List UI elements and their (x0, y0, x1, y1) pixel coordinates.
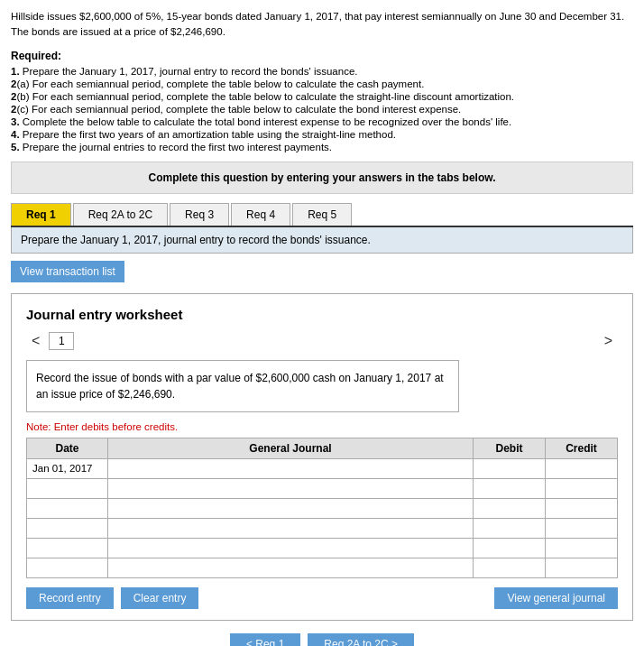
item4-text: Prepare the first two years of an amorti… (20, 129, 396, 140)
footer-prev-button[interactable]: < Req 1 (230, 633, 300, 647)
col-header-credit: Credit (546, 438, 618, 458)
tab-req5[interactable]: Req 5 (292, 203, 352, 226)
item5-text: Prepare the journal entries to record th… (20, 142, 332, 152)
date-cell-0: Jan 01, 2017 (27, 458, 108, 478)
tab-req3[interactable]: Req 3 (170, 203, 229, 226)
col-header-debit: Debit (474, 438, 546, 458)
debit-cell-5[interactable] (474, 558, 546, 577)
debit-cell-3[interactable] (474, 518, 546, 538)
general-cell-3[interactable] (108, 518, 474, 538)
item2b-text: (b) For each semiannual period, complete… (16, 91, 514, 102)
footer-next-label: Req 2A to 2C > (324, 638, 398, 647)
credit-cell-3[interactable] (546, 518, 618, 538)
tab-req4[interactable]: Req 4 (231, 203, 290, 226)
tab-req1[interactable]: Req 1 (11, 203, 71, 226)
tabs-container: Req 1 Req 2A to 2C Req 3 Req 4 Req 5 (11, 203, 633, 227)
note-text: Note: Enter debits before credits. (26, 421, 618, 432)
item1-text: Prepare the January 1, 2017, journal ent… (20, 66, 358, 77)
item2c-text: (c) For each semiannual period, complete… (16, 104, 461, 115)
next-page-button[interactable]: > (599, 331, 618, 351)
general-cell-2[interactable] (108, 498, 474, 518)
item1-bold: 1. (11, 66, 20, 77)
worksheet-title: Journal entry worksheet (26, 307, 618, 322)
nav-row: < 1 > (26, 331, 618, 351)
required-items: 1. Prepare the January 1, 2017, journal … (11, 66, 633, 152)
general-cell-4[interactable] (108, 538, 474, 558)
credit-cell-0[interactable] (546, 458, 618, 478)
credit-cell-4[interactable] (546, 538, 618, 558)
date-cell-2[interactable] (27, 498, 108, 518)
item4-bold: 4. (11, 129, 20, 140)
general-cell-0[interactable] (108, 458, 474, 478)
view-general-journal-button[interactable]: View general journal (494, 587, 618, 609)
table-row (27, 558, 618, 577)
date-cell-3[interactable] (27, 518, 108, 538)
footer-prev-label: < Req 1 (246, 638, 284, 647)
page-number: 1 (49, 332, 74, 350)
worksheet-box: Journal entry worksheet < 1 > Record the… (11, 293, 633, 621)
journal-table: Date General Journal Debit Credit Jan 01… (26, 438, 618, 578)
col-header-general: General Journal (108, 438, 474, 458)
item2a-text: (a) For each semiannual period, complete… (16, 78, 424, 89)
credit-cell-5[interactable] (546, 558, 618, 577)
general-cell-5[interactable] (108, 558, 474, 577)
prev-page-button[interactable]: < (26, 331, 45, 351)
debit-cell-2[interactable] (474, 498, 546, 518)
table-row (27, 478, 618, 498)
general-cell-1[interactable] (108, 478, 474, 498)
tab-instruction: Prepare the January 1, 2017, journal ent… (11, 227, 633, 254)
table-row: Jan 01, 2017 (27, 458, 618, 478)
col-header-date: Date (27, 438, 108, 458)
footer-next-button[interactable]: Req 2A to 2C > (308, 633, 414, 647)
required-label: Required: (11, 50, 633, 62)
view-transaction-button[interactable]: View transaction list (11, 261, 124, 282)
item5-bold: 5. (11, 142, 20, 152)
clear-entry-button[interactable]: Clear entry (121, 587, 199, 609)
problem-intro: Hillside issues $2,600,000 of 5%, 15-yea… (11, 9, 633, 41)
tab-req2a2c[interactable]: Req 2A to 2C (73, 203, 168, 226)
instruction-box: Complete this question by entering your … (11, 162, 633, 194)
date-cell-4[interactable] (27, 538, 108, 558)
item3-text: Complete the below table to calculate th… (20, 116, 512, 127)
date-cell-1[interactable] (27, 478, 108, 498)
debit-cell-1[interactable] (474, 478, 546, 498)
debit-cell-4[interactable] (474, 538, 546, 558)
bottom-buttons: Record entry Clear entry View general jo… (26, 587, 618, 609)
footer-nav: < Req 1 Req 2A to 2C > (11, 633, 633, 647)
record-description: Record the issue of bonds with a par val… (26, 360, 459, 412)
item3-bold: 3. (11, 116, 20, 127)
credit-cell-1[interactable] (546, 478, 618, 498)
record-entry-button[interactable]: Record entry (26, 587, 114, 609)
table-row (27, 518, 618, 538)
table-row (27, 498, 618, 518)
date-cell-5[interactable] (27, 558, 108, 577)
debit-cell-0[interactable] (474, 458, 546, 478)
table-row (27, 538, 618, 558)
credit-cell-2[interactable] (546, 498, 618, 518)
